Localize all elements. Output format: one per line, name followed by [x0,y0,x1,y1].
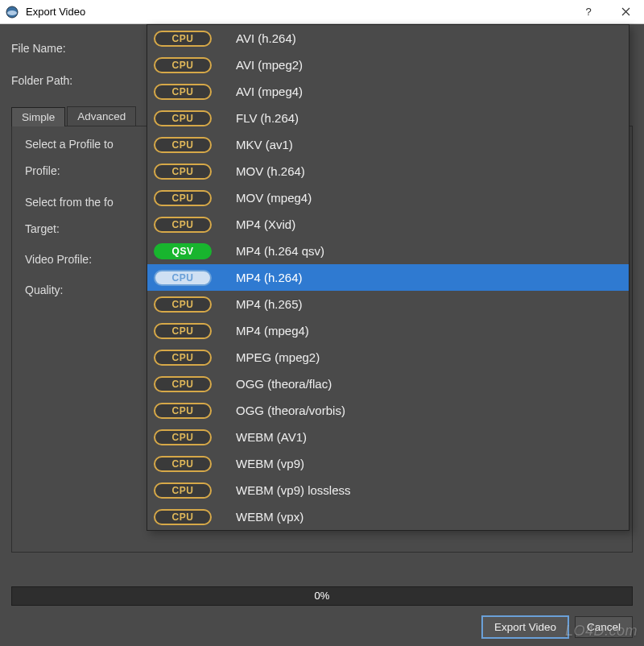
dropdown-option[interactable]: CPUWEBM (vp9) lossless [147,477,629,503]
dropdown-option-label: WEBM (vp9) [236,457,304,470]
dropdown-option-label: MP4 (h.264 qsv) [236,244,324,258]
target-label: Target: [25,222,146,235]
dropdown-option-label: AVI (h.264) [236,31,296,45]
dropdown-option[interactable]: CPUWEBM (vpx) [147,503,629,530]
dropdown-option-label: MP4 (Xvid) [236,217,295,231]
cancel-button[interactable]: Cancel [575,616,633,638]
dropdown-option[interactable]: CPUMOV (h.264) [147,158,629,184]
cpu-badge-icon: CPU [154,429,212,445]
dropdown-option-label: MKV (av1) [236,138,293,151]
dropdown-option[interactable]: CPUOGG (theora/vorbis) [147,397,629,424]
dropdown-option-label: MP4 (mpeg4) [236,324,309,337]
help-button[interactable]: ? [570,0,607,24]
dropdown-option[interactable]: CPUMP4 (mpeg4) [147,317,629,344]
qsv-badge-icon: QSV [154,243,212,259]
cpu-badge-icon: CPU [154,456,212,472]
quality-label: Quality: [25,284,146,296]
dropdown-option-label: MP4 (h.265) [236,297,303,311]
cpu-badge-icon: CPU [154,110,212,126]
dropdown-option[interactable]: CPUMP4 (h.264) [147,264,629,291]
dropdown-option-label: WEBM (vp9) lossless [236,483,351,497]
cpu-badge-icon: CPU [154,296,212,313]
svg-point-1 [7,10,17,15]
dropdown-option-label: OGG (theora/flac) [236,377,332,391]
window-title: Export Video [24,6,570,18]
dropdown-option[interactable]: CPUWEBM (AV1) [147,424,629,450]
dropdown-option-label: MPEG (mpeg2) [236,350,320,364]
dropdown-option[interactable]: CPUMP4 (Xvid) [147,211,629,238]
dropdown-option[interactable]: CPUMP4 (h.265) [147,291,629,317]
cpu-badge-icon: CPU [154,509,212,525]
profile-dropdown[interactable]: CPUAVI (h.264)CPUAVI (mpeg2)CPUAVI (mpeg… [147,24,630,531]
cpu-badge-icon: CPU [154,323,212,339]
titlebar: Export Video ? [0,0,644,24]
cpu-badge-icon: CPU [154,482,212,499]
dropdown-option[interactable]: QSVMP4 (h.264 qsv) [147,238,629,264]
cpu-badge-icon: CPU [154,350,212,366]
dropdown-option-label: MOV (h.264) [236,164,305,178]
file-name-label: File Name: [11,42,132,55]
dropdown-option-label: AVI (mpeg2) [236,58,303,72]
folder-path-label: Folder Path: [11,74,132,87]
dropdown-option-label: AVI (mpeg4) [236,85,303,98]
cpu-badge-icon: CPU [154,57,212,73]
dropdown-option[interactable]: CPUAVI (mpeg2) [147,52,629,78]
cpu-badge-icon: CPU [154,270,212,286]
dropdown-option[interactable]: CPUMKV (av1) [147,131,629,158]
video-profile-label: Video Profile: [25,253,146,266]
dropdown-option[interactable]: CPUAVI (mpeg4) [147,78,629,105]
cpu-badge-icon: CPU [154,137,212,153]
progress-text: 0% [315,590,330,602]
close-button[interactable] [607,0,644,24]
cpu-badge-icon: CPU [154,84,212,100]
dropdown-option-label: OGG (theora/vorbis) [236,404,345,417]
cpu-badge-icon: CPU [154,190,212,206]
tab-advanced[interactable]: Advanced [67,106,136,126]
cpu-badge-icon: CPU [154,31,212,47]
profile-label: Profile: [25,164,146,177]
cpu-badge-icon: CPU [154,217,212,233]
tab-simple[interactable]: Simple [11,107,65,126]
progress-bar: 0% [11,586,633,606]
cpu-badge-icon: CPU [154,164,212,180]
dropdown-option[interactable]: CPUWEBM (vp9) [147,450,629,477]
dropdown-option[interactable]: CPUMOV (mpeg4) [147,184,629,211]
dropdown-option[interactable]: CPUFLV (h.264) [147,105,629,131]
dropdown-option-label: MP4 (h.264) [236,271,303,284]
dropdown-option[interactable]: CPUMPEG (mpeg2) [147,344,629,371]
app-icon [0,0,24,24]
dropdown-option-label: MOV (mpeg4) [236,191,312,205]
dropdown-option[interactable]: CPUAVI (h.264) [147,25,629,52]
dropdown-option-label: WEBM (vpx) [236,510,303,524]
export-video-button[interactable]: Export Video [482,616,568,638]
dropdown-option[interactable]: CPUOGG (theora/flac) [147,371,629,397]
cpu-badge-icon: CPU [154,403,212,419]
cpu-badge-icon: CPU [154,376,212,392]
dropdown-option-label: FLV (h.264) [236,111,299,125]
dropdown-option-label: WEBM (AV1) [236,430,307,444]
